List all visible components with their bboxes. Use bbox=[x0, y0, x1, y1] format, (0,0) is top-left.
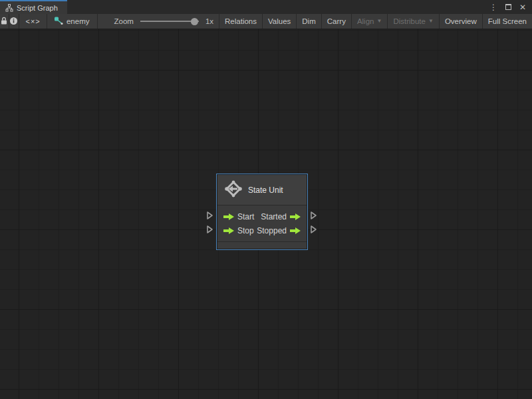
flow-arrow-icon[interactable] bbox=[290, 213, 301, 220]
node-footer bbox=[217, 241, 307, 249]
input-port-start[interactable]: Start bbox=[223, 212, 254, 221]
port-row: Stop Stopped bbox=[217, 223, 307, 237]
info-icon bbox=[9, 17, 18, 27]
state-unit-node[interactable]: State Unit Start Started bbox=[216, 174, 308, 250]
code-preview-toggle[interactable]: <×> bbox=[19, 14, 47, 29]
input-connector-triangle[interactable] bbox=[206, 225, 213, 234]
chevron-down-icon: ▼ bbox=[376, 19, 382, 24]
overview-button[interactable]: Overview bbox=[439, 14, 482, 29]
zoom-value: 1x bbox=[205, 17, 213, 25]
output-port-stopped[interactable]: Stopped bbox=[257, 226, 301, 235]
flow-arrow-icon[interactable] bbox=[223, 213, 234, 220]
node-header[interactable]: State Unit bbox=[217, 175, 307, 205]
fullscreen-button[interactable]: Full Screen bbox=[482, 14, 532, 29]
carry-button[interactable]: Carry bbox=[321, 14, 351, 29]
zoom-slider[interactable] bbox=[140, 17, 199, 26]
port-row: Start Started bbox=[217, 209, 307, 223]
menu-icon[interactable]: ⋮ bbox=[487, 2, 499, 13]
close-icon[interactable]: ✕ bbox=[517, 2, 528, 13]
distribute-dropdown-button[interactable]: Distribute ▼ bbox=[387, 14, 439, 29]
graph-asset-icon bbox=[54, 16, 63, 27]
relations-button[interactable]: Relations bbox=[219, 14, 262, 29]
flow-arrow-icon[interactable] bbox=[290, 227, 301, 234]
tab-bar: Script Graph ⋮ ✕ bbox=[0, 0, 532, 14]
window-controls: ⋮ ✕ bbox=[487, 0, 532, 14]
output-connector-triangle[interactable] bbox=[310, 225, 317, 234]
output-connector-triangle[interactable] bbox=[310, 211, 317, 220]
chevron-down-icon: ▼ bbox=[428, 19, 434, 24]
zoom-label: Zoom bbox=[114, 17, 133, 25]
tab-script-graph[interactable]: Script Graph bbox=[0, 0, 67, 14]
node-title: State Unit bbox=[248, 186, 283, 195]
zoom-slider-handle[interactable] bbox=[191, 18, 198, 25]
values-button[interactable]: Values bbox=[262, 14, 296, 29]
graph-canvas[interactable]: State Unit Start Started bbox=[0, 29, 532, 399]
lock-button[interactable] bbox=[0, 14, 9, 29]
zoom-control: Zoom 1x bbox=[114, 14, 219, 29]
toolbar-right-group: Relations Values Dim Carry Align ▼ Distr… bbox=[219, 14, 532, 29]
lock-icon bbox=[0, 17, 8, 27]
dim-button[interactable]: Dim bbox=[296, 14, 321, 29]
output-port-started[interactable]: Started bbox=[261, 212, 301, 221]
graph-name: enemy bbox=[66, 17, 90, 25]
graph-toolbar: <×> enemy Zoom 1x Relations bbox=[0, 14, 532, 29]
inspector-button[interactable] bbox=[9, 14, 20, 29]
input-connector-triangle[interactable] bbox=[206, 211, 213, 220]
code-brackets-icon: <×> bbox=[25, 17, 40, 25]
flow-arrow-icon[interactable] bbox=[223, 227, 234, 234]
state-unit-icon bbox=[224, 180, 243, 201]
input-port-stop[interactable]: Stop bbox=[223, 226, 254, 235]
maximize-icon[interactable] bbox=[503, 2, 513, 13]
script-graph-window: Script Graph ⋮ ✕ bbox=[0, 0, 532, 399]
graph-hierarchy-icon bbox=[5, 4, 13, 12]
node-ports: Start Started bbox=[217, 205, 307, 241]
align-dropdown-button[interactable]: Align ▼ bbox=[351, 14, 388, 29]
tab-title: Script Graph bbox=[17, 4, 58, 12]
graph-breadcrumb[interactable]: enemy bbox=[47, 14, 98, 29]
